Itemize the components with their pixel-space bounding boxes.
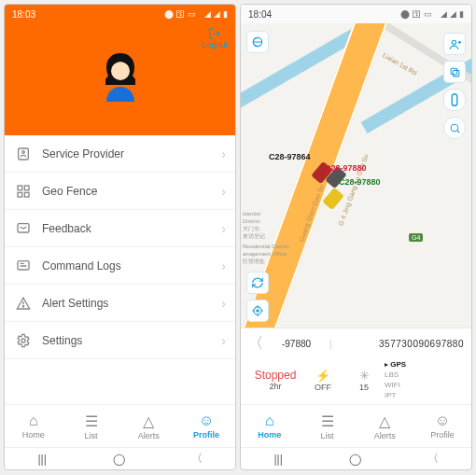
alert-icon [16, 296, 33, 311]
menu-label: Geo Fence [42, 185, 221, 198]
svg-rect-20 [451, 68, 457, 75]
vehicle-label: C28-97880 [339, 177, 381, 187]
tab-label: Profile [193, 430, 219, 440]
profile-icon: ☺ [199, 412, 214, 429]
alert-icon: △ [379, 412, 390, 430]
tab-label: List [85, 431, 98, 440]
acc-icon: ⚡ [315, 369, 330, 383]
menu-feedback[interactable]: Feedback › [5, 210, 235, 247]
menu-label: Service Provider [42, 147, 221, 161]
home-button[interactable]: ◯ [349, 453, 361, 466]
svg-rect-7 [24, 192, 29, 197]
logout-button[interactable]: Logout [202, 27, 228, 49]
map-layers-button[interactable] [246, 31, 269, 53]
tab-list[interactable]: ☰ List [63, 405, 120, 447]
status-label: Stopped [255, 369, 297, 382]
logout-label: Logout [202, 40, 228, 49]
tab-label: List [321, 431, 334, 440]
svg-point-3 [22, 150, 25, 153]
device-short-id: -97880 [271, 339, 322, 349]
tab-label: Home [22, 430, 45, 440]
map-search-button[interactable] [443, 117, 466, 139]
device-imei: 357730090697880 [340, 339, 464, 349]
map-refresh-button[interactable] [246, 272, 269, 294]
logs-icon [16, 258, 33, 273]
svg-point-14 [21, 339, 25, 342]
svg-rect-19 [453, 70, 459, 77]
vehicle-label: C28-97880 [325, 163, 367, 173]
tab-profile[interactable]: ☺ Profile [413, 405, 471, 447]
bottom-nav: ⌂ Home ☰ List △ Alerts ☺ Profile [5, 404, 235, 447]
avatar [92, 51, 148, 107]
recents-button[interactable]: ||| [273, 453, 282, 466]
svg-line-23 [456, 130, 459, 133]
svg-rect-4 [18, 186, 22, 190]
map-poi: Residential Districtanagement Office区管理处 [243, 243, 289, 265]
home-button[interactable]: ◯ [113, 453, 125, 466]
back-button[interactable]: 〈 [427, 451, 439, 467]
map-column-button[interactable] [443, 89, 466, 111]
menu-label: Alert Settings [42, 297, 221, 310]
chevron-right-icon: › [221, 184, 226, 199]
geofence-icon [16, 184, 33, 199]
chevron-right-icon: › [221, 147, 226, 161]
tab-label: Home [258, 430, 281, 440]
chevron-right-icon: › [221, 258, 226, 273]
back-button[interactable]: 〈 [191, 451, 203, 467]
chevron-right-icon: › [221, 221, 226, 236]
map[interactable]: Liaian 1st Rd Guang Shen Gao Su G 4 Jing… [241, 23, 471, 328]
menu-label: Command Logs [42, 259, 221, 272]
tab-alerts[interactable]: △ Alerts [357, 405, 414, 447]
tab-label: Profile [430, 430, 455, 440]
phone-map: 18:04 ⬤⚿▭ ◢◢▮ Liaian 1st Rd Guang Shen G… [240, 4, 472, 470]
status-icons: ⬤⚿▭ ◢◢▮ [164, 9, 228, 19]
menu-command-logs[interactable]: Command Logs › [5, 247, 235, 285]
vehicle-label: C28-97864 [269, 152, 311, 161]
status-time: 2hr [269, 382, 281, 391]
home-icon: ⌂ [265, 412, 274, 429]
tab-alerts[interactable]: △ Alerts [120, 405, 178, 447]
tab-label: Alerts [138, 431, 160, 440]
svg-point-16 [452, 40, 455, 44]
tab-home[interactable]: ⌂ Home [5, 405, 63, 447]
svg-point-1 [111, 62, 130, 80]
profile-header: Logout [5, 23, 235, 135]
service-icon [16, 147, 33, 161]
clock: 18:03 [12, 9, 35, 20]
svg-rect-21 [452, 94, 457, 106]
map-user-button[interactable] [443, 33, 466, 55]
feedback-icon [16, 221, 33, 236]
tab-profile[interactable]: ☺ Profile [177, 405, 235, 447]
home-icon: ⌂ [29, 412, 38, 429]
menu-alert-settings[interactable]: Alert Settings › [5, 285, 235, 322]
system-nav: ||| ◯ 〈 [241, 447, 471, 469]
svg-point-22 [451, 124, 458, 132]
satellite-icon: ✳ [359, 369, 370, 383]
status-icons: ⬤⚿▭ ◢◢▮ [400, 9, 464, 19]
menu-settings[interactable]: Settings › [5, 322, 235, 359]
map-tools [443, 33, 466, 139]
alert-icon: △ [143, 412, 154, 430]
tab-label: Alerts [374, 431, 396, 440]
prev-device-button[interactable]: 〈 [248, 334, 263, 354]
menu-service-provider[interactable]: Service Provider › [5, 135, 235, 173]
positioning-modes: ▸ GPS LBS WIFI IPT [385, 359, 464, 400]
gear-icon [16, 333, 33, 348]
map-locate-button[interactable] [246, 300, 269, 322]
map-poi: identialDistrict 大门东来访登记 [243, 210, 265, 240]
menu-label: Feedback [42, 222, 221, 235]
status-bar: 18:04 ⬤⚿▭ ◢◢▮ [241, 5, 471, 23]
tab-list[interactable]: ☰ List [299, 405, 357, 447]
satellite-count: 15 [359, 383, 369, 392]
recents-button[interactable]: ||| [37, 453, 46, 466]
system-nav: ||| ◯ 〈 [5, 447, 235, 469]
status-bar: 18:03 ⬤⚿▭ ◢◢▮ [5, 5, 235, 23]
menu-geo-fence[interactable]: Geo Fence › [5, 173, 235, 210]
chevron-right-icon: › [221, 296, 226, 311]
highway-marker: G4 [409, 233, 423, 242]
list-icon: ☰ [321, 412, 334, 430]
tab-home[interactable]: ⌂ Home [241, 405, 299, 447]
chevron-right-icon: › [221, 333, 226, 348]
acc-value: OFF [315, 383, 331, 392]
map-copy-button[interactable] [443, 61, 466, 83]
